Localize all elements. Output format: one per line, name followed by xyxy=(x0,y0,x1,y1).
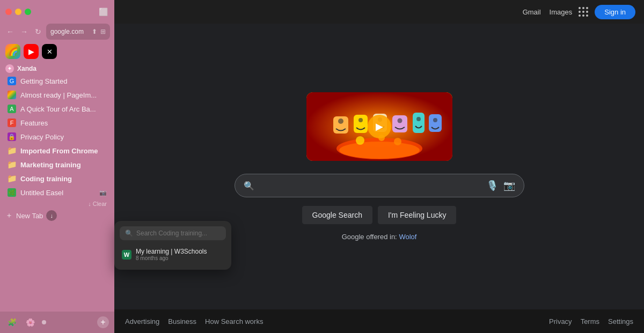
reload-button[interactable]: ↻ xyxy=(32,26,44,38)
search-buttons: Google Search I'm Feeling Lucky xyxy=(302,206,457,224)
gmail-link[interactable]: Gmail xyxy=(523,8,541,16)
popup-search-input[interactable] xyxy=(136,230,221,237)
favicon-getting-started: G xyxy=(8,77,16,85)
titlebar: ⬜ xyxy=(0,0,114,24)
plus-icon: ＋ xyxy=(5,211,13,220)
sidebar-item-label: Almost ready | PageIm... xyxy=(20,91,107,99)
user-avatar: ✦ xyxy=(5,64,14,73)
sidebar-items-list: G Getting Started Almost ready | PageIm.… xyxy=(0,74,114,312)
sidebar-item-label: A Quick Tour of Arc Ba... xyxy=(20,105,107,113)
footer-link-business[interactable]: Business xyxy=(168,317,196,325)
sidebar-folder-coding[interactable]: 📁 Coding training xyxy=(2,172,112,186)
easel-item[interactable]: 🌿 Untitled Easel 📷 xyxy=(2,186,112,199)
close-button[interactable] xyxy=(5,9,12,15)
popup-item-favicon: W xyxy=(122,250,131,260)
google-doodle[interactable]: ▶ xyxy=(306,92,452,161)
popup-item-title: My learning | W3Schools xyxy=(136,248,207,255)
sidebar-item-privacy-policy[interactable]: 🔒 Privacy Policy xyxy=(2,130,112,144)
pinned-tabs: 🌈 ▶ ✕ xyxy=(0,42,114,63)
svg-rect-14 xyxy=(413,113,425,133)
arrow-down-icon: ↓ xyxy=(88,201,91,207)
svg-point-17 xyxy=(433,118,437,122)
sign-in-button[interactable]: Sign in xyxy=(595,5,635,19)
svg-rect-8 xyxy=(354,115,368,133)
share-icon[interactable]: ⬆ xyxy=(92,28,97,35)
coding-training-popup: 🔍 W My learning | W3Schools 8 months ago xyxy=(114,221,231,270)
maximize-button[interactable] xyxy=(25,9,31,15)
pinned-tab-twitter[interactable]: ✕ xyxy=(42,44,57,59)
favicon-privacy: 🔒 xyxy=(8,132,16,141)
add-button[interactable]: + xyxy=(97,316,109,328)
footer-link-privacy[interactable]: Privacy xyxy=(549,317,572,325)
offered-in-language[interactable]: Wolof xyxy=(399,233,416,241)
dot-indicator xyxy=(42,320,46,324)
forward-button[interactable]: → xyxy=(18,26,30,38)
sidebar-folder-imported[interactable]: 📁 Imported From Chrome xyxy=(2,144,112,158)
sidebar-item-label: Getting Started xyxy=(20,77,107,85)
sidebar-item-label: Privacy Policy xyxy=(20,133,107,141)
extensions-icon[interactable]: 🧩 xyxy=(5,316,18,329)
sidebar-toggle-icon[interactable]: ⬜ xyxy=(97,6,109,18)
user-label: Xanda xyxy=(17,65,36,72)
apps-grid-button[interactable] xyxy=(579,7,588,17)
pinned-tab-arc[interactable]: 🌈 xyxy=(5,44,20,59)
search-bar[interactable]: 🔍 🎙️ 📷 xyxy=(235,174,524,197)
images-link[interactable]: Images xyxy=(550,8,573,16)
sidebar-folder-marketing[interactable]: 📁 Marketing training xyxy=(2,158,112,172)
download-badge: ↓ xyxy=(46,210,57,221)
footer-link-how-search-works[interactable]: How Search works xyxy=(205,317,263,325)
folder-icon: 📁 xyxy=(8,146,16,155)
offered-in-label: Google offered in: xyxy=(342,233,397,241)
popup-item-subtitle: 8 months ago xyxy=(136,255,207,261)
minimize-button[interactable] xyxy=(15,9,21,15)
main-content: Gmail Images Sign in xyxy=(114,0,644,333)
top-bar-links: Gmail Images xyxy=(523,8,573,16)
popup-search-bar[interactable]: 🔍 xyxy=(120,226,226,240)
sidebar: ⬜ ← → ↻ google.com ⬆ ⊞ 🌈 ▶ ✕ ✦ Xanda G G… xyxy=(0,0,114,333)
new-tab-label: New Tab xyxy=(16,212,43,220)
sidebar-toggle-area: ⬜ xyxy=(97,6,109,18)
google-doodle-container: ▶ xyxy=(306,92,452,161)
traffic-lights xyxy=(5,9,31,15)
folder-label: Coding training xyxy=(20,175,107,183)
feeling-lucky-button[interactable]: I'm Feeling Lucky xyxy=(378,206,457,224)
new-tab-icon[interactable]: ⊞ xyxy=(100,28,106,35)
favicon-almost-ready xyxy=(8,91,16,99)
search-input[interactable] xyxy=(260,181,481,190)
svg-point-15 xyxy=(416,117,421,121)
sidebar-item-getting-started[interactable]: G Getting Started xyxy=(2,74,112,88)
google-search-button[interactable]: Google Search xyxy=(302,206,372,224)
svg-rect-12 xyxy=(392,115,407,132)
sidebar-bottom: 🧩 🌸 + xyxy=(0,312,114,333)
play-button[interactable]: ▶ xyxy=(368,115,391,138)
easel-label: Untitled Easel xyxy=(20,189,63,197)
footer-link-settings[interactable]: Settings xyxy=(608,317,633,325)
folder-icon: 📁 xyxy=(8,174,16,183)
footer-left-links: Advertising Business How Search works xyxy=(125,317,263,325)
svg-point-7 xyxy=(338,119,343,124)
svg-point-3 xyxy=(356,136,364,145)
address-bar[interactable]: google.com ⬆ ⊞ xyxy=(46,24,110,40)
easel-icon: 🌿 xyxy=(8,188,16,197)
voice-search-icon[interactable]: 🎙️ xyxy=(486,180,498,191)
sidebar-item-quick-tour[interactable]: A A Quick Tour of Arc Ba... xyxy=(2,102,112,116)
sidebar-item-almost-ready[interactable]: Almost ready | PageIm... xyxy=(2,88,112,102)
camera-icon[interactable]: 📷 xyxy=(99,189,107,196)
lens-search-icon[interactable]: 📷 xyxy=(503,180,515,191)
footer-link-advertising[interactable]: Advertising xyxy=(125,317,159,325)
pinned-tab-youtube[interactable]: ▶ xyxy=(24,44,39,59)
clear-row[interactable]: ↓ Clear xyxy=(0,199,114,208)
sidebar-item-features[interactable]: F Features xyxy=(2,116,112,130)
svg-point-13 xyxy=(397,119,402,123)
footer-link-terms[interactable]: Terms xyxy=(581,317,599,325)
popup-item-w3schools[interactable]: W My learning | W3Schools 8 months ago xyxy=(120,245,226,264)
flower-icon[interactable]: 🌸 xyxy=(24,316,36,329)
folder-icon: 📁 xyxy=(8,160,16,169)
back-button[interactable]: ← xyxy=(4,26,16,38)
clear-label[interactable]: Clear xyxy=(93,201,107,207)
folder-label: Marketing training xyxy=(20,161,107,169)
browser-top-bar: Gmail Images Sign in xyxy=(114,0,644,24)
popup-search-icon: 🔍 xyxy=(125,230,133,237)
new-tab-row[interactable]: ＋ New Tab ↓ xyxy=(0,208,114,223)
svg-point-2 xyxy=(339,142,420,159)
